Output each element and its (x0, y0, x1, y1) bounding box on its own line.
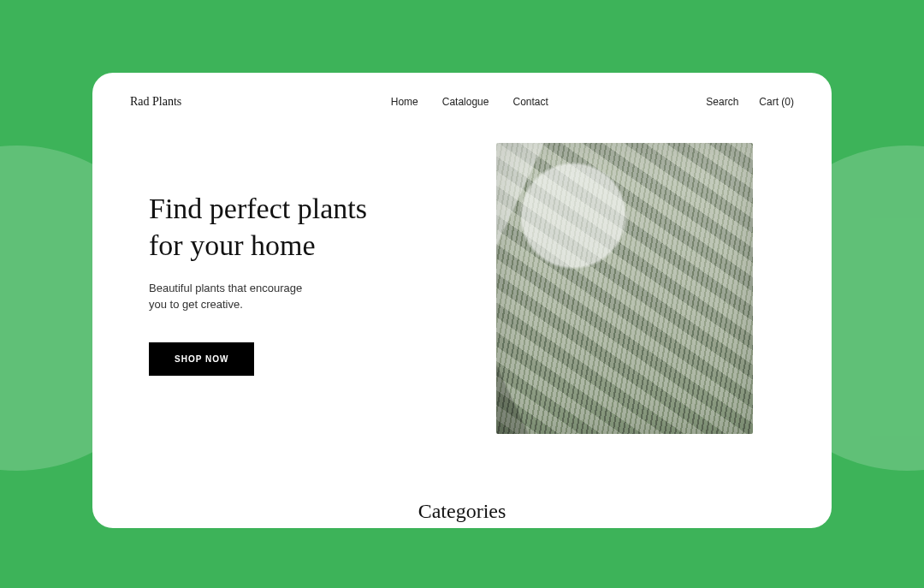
nav-right: Search Cart (0) (706, 96, 794, 108)
hero-copy: Find perfect plants for your home Beauti… (130, 143, 462, 490)
nav-link-home[interactable]: Home (391, 96, 418, 108)
shop-now-button[interactable]: SHOP NOW (149, 342, 254, 376)
hero-title-line1: Find perfect plants (149, 193, 367, 224)
nav-link-catalogue[interactable]: Catalogue (442, 96, 489, 108)
search-link[interactable]: Search (706, 96, 738, 108)
hero-image (496, 143, 753, 434)
brand-logo[interactable]: Rad Plants (130, 95, 181, 109)
hero-title-line2: for your home (149, 229, 316, 261)
hero-section: Find perfect plants for your home Beauti… (130, 143, 794, 490)
hero-sub-line2: you to get creative. (149, 298, 243, 311)
top-nav: Rad Plants Home Catalogue Contact Search… (130, 95, 794, 109)
nav-center: Home Catalogue Contact (233, 96, 706, 108)
hero-subtitle: Beautiful plants that encourage you to g… (149, 281, 354, 313)
categories-heading: Categories (130, 490, 794, 528)
hero-sub-line1: Beautiful plants that encourage (149, 282, 302, 294)
cart-link[interactable]: Cart (0) (759, 96, 794, 108)
hero-image-wrap (462, 143, 794, 490)
page-card: Rad Plants Home Catalogue Contact Search… (92, 73, 832, 528)
hero-title: Find perfect plants for your home (149, 191, 462, 264)
nav-link-contact[interactable]: Contact (512, 96, 548, 108)
